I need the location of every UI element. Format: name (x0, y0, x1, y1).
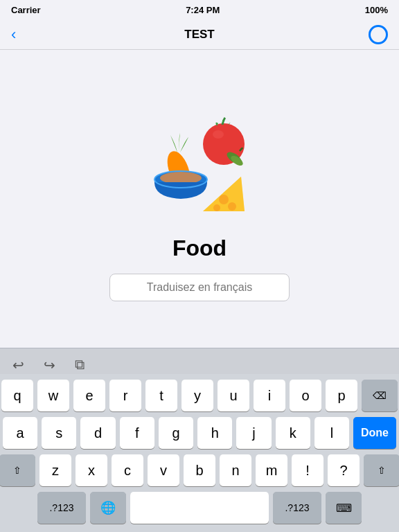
key-r[interactable]: r (109, 380, 141, 411)
key-i[interactable]: i (254, 380, 285, 411)
svg-point-3 (213, 130, 224, 139)
key-c[interactable]: c (112, 454, 143, 486)
key-x[interactable]: x (76, 454, 107, 486)
clipboard-button[interactable]: ⧉ (71, 354, 89, 375)
key-w[interactable]: w (37, 380, 69, 411)
key-p[interactable]: p (326, 380, 357, 411)
key-q[interactable]: q (1, 380, 33, 411)
key-s[interactable]: s (42, 417, 76, 449)
key-f[interactable]: f (120, 417, 154, 449)
nav-bar: ‹ TEST (0, 19, 399, 50)
numbers-right-key[interactable]: .?123 (273, 492, 321, 524)
key-e[interactable]: e (73, 380, 105, 411)
key-k[interactable]: k (276, 417, 310, 449)
back-button[interactable]: ‹ (11, 26, 16, 44)
shift-right-key[interactable]: ⇧ (364, 454, 399, 486)
key-g[interactable]: g (159, 417, 193, 449)
key-t[interactable]: t (145, 380, 177, 411)
status-time: 7:24 PM (186, 5, 220, 15)
delete-key[interactable]: ⌫ (362, 380, 398, 411)
key-l[interactable]: l (314, 417, 349, 449)
key-u[interactable]: u (218, 380, 249, 411)
keyboard-row-4: .?123 🌐 .?123 ⌨ (3, 492, 396, 524)
svg-point-13 (213, 204, 220, 211)
main-content: Food (0, 50, 399, 348)
svg-marker-11 (203, 177, 245, 211)
key-h[interactable]: h (197, 417, 232, 449)
keyboard: q w e r t y u i o p ⌫ a s d f g h j k l … (0, 374, 399, 532)
translation-input[interactable] (109, 274, 290, 301)
svg-point-12 (219, 195, 229, 204)
key-o[interactable]: o (290, 380, 321, 411)
key-b[interactable]: b (184, 454, 215, 486)
svg-point-14 (228, 202, 236, 211)
keyboard-row-1: q w e r t y u i o p ⌫ (3, 380, 396, 411)
food-illustration (137, 97, 262, 215)
key-exclamation[interactable]: ! (292, 454, 323, 486)
carrier-label: Carrier (11, 5, 41, 15)
key-v[interactable]: v (148, 454, 179, 486)
numbers-left-key[interactable]: .?123 (37, 492, 86, 524)
redo-button[interactable]: ↪ (39, 354, 60, 376)
keyboard-row-3: ⇧ z x c v b n m ! ? ⇧ (3, 454, 396, 486)
key-a[interactable]: a (3, 417, 37, 449)
key-question[interactable]: ? (328, 454, 360, 486)
battery-label: 100% (365, 5, 388, 15)
shift-left-key[interactable]: ⇧ (0, 454, 35, 486)
key-y[interactable]: y (181, 380, 213, 411)
keyboard-rows: q w e r t y u i o p ⌫ a s d f g h j k l … (0, 374, 399, 532)
keyboard-row-2: a s d f g h j k l Done (3, 417, 396, 449)
undo-button[interactable]: ↩ (8, 354, 28, 376)
status-bar: Carrier 7:24 PM 100% (0, 0, 399, 19)
key-z[interactable]: z (39, 454, 71, 486)
key-n[interactable]: n (220, 454, 251, 486)
space-key[interactable] (130, 492, 269, 524)
key-m[interactable]: m (256, 454, 287, 486)
key-j[interactable]: j (236, 417, 271, 449)
emoji-key[interactable]: ⌨ (326, 492, 362, 524)
done-key[interactable]: Done (353, 417, 396, 449)
nav-circle-icon[interactable] (369, 25, 388, 44)
nav-title: TEST (184, 19, 214, 50)
food-word: Food (172, 236, 227, 261)
key-d[interactable]: d (80, 417, 115, 449)
globe-key[interactable]: 🌐 (90, 492, 126, 524)
